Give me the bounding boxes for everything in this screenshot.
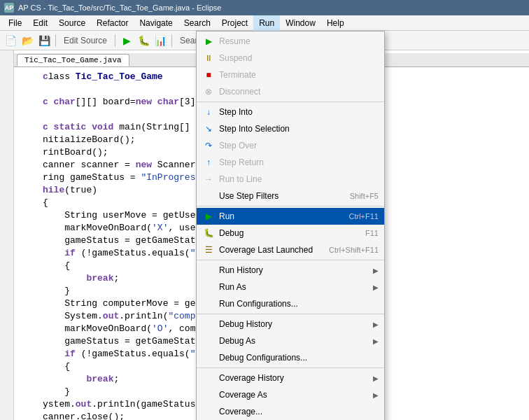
run-configurations-label: Run Configurations... [219, 299, 379, 309]
coverage-as-label: Coverage As [219, 390, 370, 400]
menu-item-step-into[interactable]: ↓ Step Into [197, 104, 384, 120]
menu-item-disconnect[interactable]: ⊗ Disconnect [197, 83, 384, 100]
toolbar-debug[interactable]: 🐛 [136, 33, 151, 48]
menu-section-debug-config: Debug History ▶ Debug As ▶ Debug Configu… [197, 314, 384, 368]
menu-bar: File Edit Source Refactor Navigate Searc… [0, 15, 529, 31]
menu-item-debug-history[interactable]: Debug History ▶ [197, 316, 384, 332]
debug-as-icon [202, 335, 215, 347]
menu-navigate[interactable]: Navigate [134, 15, 178, 31]
menu-section-debug-controls: ▶ Resume ⏸ Suspend ■ Terminate ⊗ Disconn… [197, 31, 384, 102]
debug-shortcut: F11 [365, 229, 379, 237]
menu-item-run-configurations[interactable]: Run Configurations... [197, 295, 384, 312]
resume-icon: ▶ [202, 35, 215, 48]
step-return-label: Step Return [219, 158, 379, 167]
run-history-arrow: ▶ [373, 267, 379, 274]
debug-as-arrow: ▶ [373, 337, 379, 345]
step-return-icon: ↑ [202, 156, 215, 169]
run-dropdown-menu[interactable]: ▶ Resume ⏸ Suspend ■ Terminate ⊗ Disconn… [196, 31, 385, 420]
title-bar: AP AP CS - Tic_Tac_Toe/src/Tic_Tac_Toe_G… [0, 0, 529, 15]
run-as-arrow: ▶ [373, 284, 379, 291]
step-into-label: Step Into [219, 107, 379, 117]
menu-item-run[interactable]: ▶ Run Ctrl+F11 [197, 208, 384, 225]
run-to-line-icon: → [202, 173, 215, 186]
use-step-filters-icon [202, 190, 215, 202]
menu-item-debug-as[interactable]: Debug As ▶ [197, 332, 384, 349]
menu-section-run-config: Run History ▶ Run As ▶ Run Configuration… [197, 260, 384, 314]
menu-item-use-step-filters[interactable]: Use Step Filters Shift+F5 [197, 188, 384, 204]
toolbar-new[interactable]: 📄 [3, 33, 18, 48]
resume-label: Resume [219, 36, 379, 46]
menu-item-run-as[interactable]: Run As ▶ [197, 279, 384, 295]
run-shortcut: Ctrl+F11 [349, 212, 379, 220]
toolbar-sep-1 [55, 34, 56, 47]
toolbar-edit-source[interactable]: Edit Source [59, 33, 111, 48]
coverage-icon [202, 405, 215, 418]
run-label: Run [219, 211, 344, 221]
step-over-label: Step Over [219, 141, 379, 150]
debug-icon: 🐛 [202, 227, 215, 239]
toolbar-coverage[interactable]: 📊 [153, 33, 168, 48]
disconnect-icon: ⊗ [202, 85, 215, 98]
run-to-line-label: Run to Line [219, 174, 379, 184]
coverage-last-launched-label: Coverage Last Launched [219, 245, 323, 255]
step-into-selection-label: Step Into Selection [219, 124, 379, 134]
menu-section-coverage: Coverage History ▶ Coverage As ▶ Coverag… [197, 368, 384, 420]
menu-item-debug-configurations[interactable]: Debug Configurations... [197, 349, 384, 366]
debug-history-icon [202, 318, 215, 330]
debug-configurations-label: Debug Configurations... [219, 353, 379, 363]
menu-item-coverage-as[interactable]: Coverage As ▶ [197, 386, 384, 403]
menu-item-terminate[interactable]: ■ Terminate [197, 66, 384, 83]
menu-item-coverage-last-launched[interactable]: ☰ Coverage Last Launched Ctrl+Shift+F11 [197, 241, 384, 258]
menu-item-suspend[interactable]: ⏸ Suspend [197, 50, 384, 66]
tab-game-java[interactable]: Tic_Tac_Toe_Game.java [17, 54, 129, 66]
menu-item-step-over[interactable]: ↷ Step Over [197, 137, 384, 154]
coverage-last-launched-shortcut: Ctrl+Shift+F11 [329, 246, 379, 254]
toolbar-run[interactable]: ▶ [119, 33, 134, 48]
menu-edit[interactable]: Edit [27, 15, 53, 31]
step-into-icon: ↓ [202, 106, 215, 118]
coverage-label: Coverage... [219, 407, 379, 416]
step-into-selection-icon: ↘ [202, 122, 215, 135]
menu-help[interactable]: Help [321, 15, 350, 31]
menu-source[interactable]: Source [53, 15, 91, 31]
step-over-icon: ↷ [202, 139, 215, 152]
run-history-icon [202, 264, 215, 276]
toolbar-save[interactable]: 💾 [36, 33, 52, 48]
coverage-history-label: Coverage History [219, 373, 370, 383]
run-configurations-icon [202, 298, 215, 310]
suspend-icon: ⏸ [202, 52, 215, 64]
menu-item-debug[interactable]: 🐛 Debug F11 [197, 225, 384, 241]
menu-project[interactable]: Project [216, 15, 253, 31]
menu-item-resume[interactable]: ▶ Resume [197, 33, 384, 50]
menu-item-run-to-line[interactable]: → Run to Line [197, 171, 384, 188]
use-step-filters-label: Use Step Filters [219, 191, 344, 201]
coverage-last-launched-icon: ☰ [202, 244, 215, 256]
menu-item-run-history[interactable]: Run History ▶ [197, 262, 384, 279]
debug-label: Debug [219, 228, 360, 238]
menu-section-step: ↓ Step Into ↘ Step Into Selection ↷ Step… [197, 102, 384, 206]
use-step-filters-shortcut: Shift+F5 [350, 192, 379, 200]
menu-file[interactable]: File [3, 15, 27, 31]
menu-item-step-into-selection[interactable]: ↘ Step Into Selection [197, 120, 384, 137]
run-as-icon [202, 281, 215, 293]
suspend-label: Suspend [219, 53, 379, 63]
menu-window[interactable]: Window [280, 15, 321, 31]
toolbar-sep-3 [171, 34, 172, 47]
menu-section-launch: ▶ Run Ctrl+F11 🐛 Debug F11 ☰ Coverage La… [197, 206, 384, 260]
menu-run[interactable]: Run [253, 15, 280, 31]
menu-search[interactable]: Search [178, 15, 216, 31]
sidebar [0, 50, 14, 420]
app-icon: AP [4, 3, 14, 13]
menu-item-step-return[interactable]: ↑ Step Return [197, 154, 384, 171]
toolbar-sep-2 [115, 34, 115, 47]
debug-as-label: Debug As [219, 336, 370, 346]
toolbar-open[interactable]: 📂 [20, 33, 35, 48]
coverage-history-arrow: ▶ [373, 374, 379, 382]
debug-history-arrow: ▶ [373, 321, 379, 328]
menu-item-coverage-ellipsis[interactable]: Coverage... [197, 403, 384, 420]
run-history-label: Run History [219, 265, 370, 275]
coverage-as-icon [202, 388, 215, 401]
menu-item-coverage-history[interactable]: Coverage History ▶ [197, 370, 384, 386]
menu-refactor[interactable]: Refactor [91, 15, 134, 31]
debug-configurations-icon [202, 351, 215, 364]
